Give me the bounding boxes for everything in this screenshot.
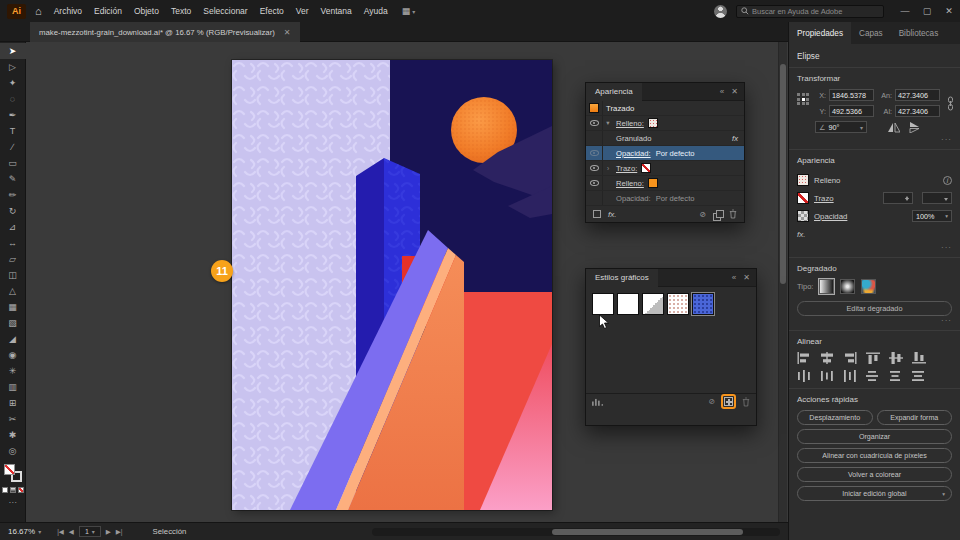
menu-objeto[interactable]: Objeto <box>128 0 165 22</box>
perspective-grid-tool[interactable]: △ <box>0 283 26 299</box>
line-segment-tool[interactable]: ∕ <box>0 139 26 155</box>
close-panel-icon[interactable]: ✕ <box>743 273 750 282</box>
visibility-eye-icon[interactable] <box>590 150 599 156</box>
fill-swatch[interactable] <box>4 464 15 475</box>
graphic-style-default[interactable] <box>592 293 614 315</box>
rotation-angle-select[interactable]: ∠ 90° ▾ <box>815 121 867 133</box>
volver-a-colorear-button[interactable]: Volver a colorear <box>797 467 952 482</box>
fill-pattern-swatch[interactable] <box>648 118 658 128</box>
document-tab-close-icon[interactable]: ✕ <box>284 28 291 37</box>
gradient-button[interactable] <box>10 487 16 493</box>
paintbrush-tool[interactable]: ✎ <box>0 171 26 187</box>
graphic-style-white[interactable] <box>617 293 639 315</box>
more-options-icon[interactable]: ··· <box>797 318 952 324</box>
clear-appearance-icon[interactable]: ⊘ <box>700 210 706 219</box>
direct-selection-tool[interactable]: ▷ <box>0 59 26 75</box>
stroke-weight-stepper[interactable] <box>883 192 913 204</box>
collapse-panel-icon[interactable]: « <box>732 273 736 282</box>
appearance-fill-row[interactable]: ▾ Relleno: <box>586 116 744 131</box>
maximize-button[interactable]: ▢ <box>916 0 938 22</box>
appearance-item-row[interactable]: Trazado <box>586 101 744 116</box>
artboard-number-select[interactable]: 1 ▾ <box>79 526 101 537</box>
appearance-panel-tab[interactable]: Apariencia <box>586 83 642 101</box>
distribute-bottom-icon[interactable] <box>912 370 926 382</box>
distribute-top-icon[interactable] <box>866 370 880 382</box>
graphic-style-gray[interactable] <box>642 293 664 315</box>
color-button[interactable] <box>2 487 8 493</box>
align-right-icon[interactable] <box>843 352 857 364</box>
menu-archivo[interactable]: Archivo <box>48 0 88 22</box>
y-position-field[interactable]: 492.5366 <box>829 105 874 117</box>
reference-point-locator[interactable] <box>797 93 809 105</box>
break-link-style-icon[interactable]: ⊘ <box>709 397 715 406</box>
opacity-select[interactable]: 100% ▾ <box>912 210 952 222</box>
more-options-icon[interactable]: ··· <box>797 137 952 143</box>
appearance-fill2-row[interactable]: Relleno: <box>586 176 744 191</box>
new-graphic-style-highlight[interactable] <box>721 394 736 409</box>
collapse-panel-icon[interactable]: « <box>720 87 724 96</box>
menu-ayuda[interactable]: Ayuda <box>358 0 394 22</box>
stroke-unit-select[interactable] <box>922 192 952 204</box>
appearance-opacity-row-selected[interactable]: Opacidad: Por defecto <box>586 146 744 161</box>
link-dimensions-icon[interactable] <box>946 96 955 115</box>
menu-efecto[interactable]: Efecto <box>254 0 290 22</box>
align-center-vertical-icon[interactable] <box>889 352 903 364</box>
add-effect-icon[interactable]: fx. <box>608 210 616 219</box>
expandir-forma-button[interactable]: Expandir forma <box>877 410 953 425</box>
add-new-stroke-icon[interactable] <box>593 210 601 218</box>
x-position-field[interactable]: 1846.5378 <box>829 89 874 101</box>
search-input[interactable] <box>752 7 879 16</box>
symbol-sprayer-tool[interactable]: ✳ <box>0 363 26 379</box>
help-search-box[interactable] <box>736 5 884 18</box>
mesh-tool[interactable]: ▦ <box>0 299 26 315</box>
expand-arrow-icon[interactable]: ▾ <box>603 119 613 127</box>
distribute-left-icon[interactable] <box>797 370 811 382</box>
desplazamiento-button[interactable]: Desplazamiento <box>797 410 873 425</box>
opacity-checker-icon[interactable] <box>797 210 809 222</box>
minimize-button[interactable]: — <box>894 0 916 22</box>
fill-orange-swatch[interactable] <box>648 178 658 188</box>
next-artboard-icon[interactable]: ▶ <box>106 528 111 536</box>
pen-tool[interactable]: ✒ <box>0 107 26 123</box>
zoom-level-control[interactable]: 16.67% ▾ <box>8 527 41 536</box>
horizontal-scrollbar[interactable] <box>372 528 780 536</box>
none-button[interactable] <box>18 487 24 493</box>
vertical-scrollbar-thumb[interactable] <box>780 64 786 284</box>
document-tab[interactable]: make-mezzotint-grain_download.ai* @ 16.6… <box>30 22 300 42</box>
organizar-button[interactable]: Organizar <box>797 429 952 444</box>
edit-toolbar-icon[interactable]: ⋯ <box>9 498 17 507</box>
pencil-tool[interactable]: ✏ <box>0 187 26 203</box>
fill-color-swatch[interactable] <box>797 174 809 186</box>
stroke-label[interactable]: Trazo <box>814 194 834 203</box>
hand-tool[interactable]: ✱ <box>0 427 26 443</box>
width-tool[interactable]: ↔ <box>0 235 26 251</box>
last-artboard-icon[interactable]: ▶| <box>116 528 123 536</box>
fill-stroke-control[interactable] <box>4 464 22 482</box>
scale-tool[interactable]: ⊿ <box>0 219 26 235</box>
graphic-style-pattern[interactable] <box>667 293 689 315</box>
effects-button[interactable]: fx. <box>797 230 805 239</box>
first-artboard-icon[interactable]: |◀ <box>57 528 64 536</box>
canvas-area[interactable]: 11 Apariencia « ✕ Trazado ▾ Relleno: Gra… <box>26 42 788 522</box>
radial-gradient-button[interactable] <box>840 279 855 294</box>
stroke-color-swatch[interactable] <box>797 192 809 204</box>
distribute-center-vertical-icon[interactable] <box>889 370 903 382</box>
styles-libraries-menu-icon[interactable] <box>592 397 604 406</box>
rotate-tool[interactable]: ↻ <box>0 203 26 219</box>
free-transform-tool[interactable]: ▱ <box>0 251 26 267</box>
new-graphic-style-icon[interactable] <box>724 397 733 406</box>
visibility-eye-icon[interactable] <box>590 165 599 171</box>
horizontal-scrollbar-thumb[interactable] <box>552 529 744 535</box>
close-button[interactable]: ✕ <box>938 0 960 22</box>
opacity-label[interactable]: Opacidad <box>814 212 847 221</box>
freeform-gradient-button[interactable] <box>861 279 876 294</box>
info-icon[interactable]: i <box>943 176 952 185</box>
home-icon[interactable]: ⌂ <box>35 0 42 22</box>
tab-bibliotecas[interactable]: Bibliotecas <box>891 22 947 44</box>
artboard-tool[interactable]: ⊞ <box>0 395 26 411</box>
previous-artboard-icon[interactable]: ◀ <box>69 528 74 536</box>
lasso-tool[interactable]: ◌ <box>0 91 26 107</box>
stroke-none-swatch[interactable] <box>641 163 651 173</box>
rectangle-tool[interactable]: ▭ <box>0 155 26 171</box>
flip-vertical-icon[interactable] <box>909 122 921 133</box>
